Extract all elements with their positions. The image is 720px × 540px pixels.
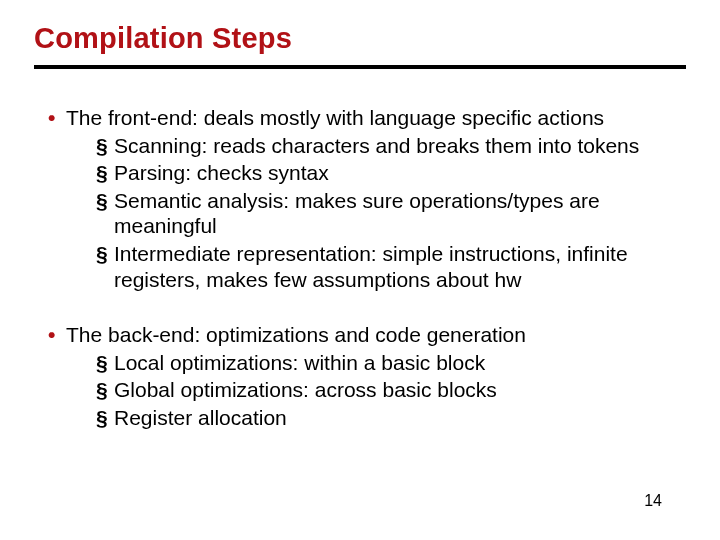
sub-bullet-text: Register allocation [114,405,686,431]
disc-bullet-icon: • [48,322,66,430]
slide-body: • The front-end: deals mostly with langu… [34,105,686,431]
bullet-content: The front-end: deals mostly with languag… [66,105,686,292]
bullet-item: • The front-end: deals mostly with langu… [48,105,686,292]
sub-list: § Local optimizations: within a basic bl… [66,350,686,431]
sub-bullet-text: Local optimizations: within a basic bloc… [114,350,686,376]
sub-bullet-item: § Intermediate representation: simple in… [96,241,686,292]
sub-bullet-item: § Scanning: reads characters and breaks … [96,133,686,159]
slide: Compilation Steps • The front-end: deals… [0,0,720,540]
bullet-text: The back-end: optimizations and code gen… [66,323,526,346]
sub-bullet-item: § Register allocation [96,405,686,431]
sub-bullet-text: Scanning: reads characters and breaks th… [114,133,686,159]
sub-bullet-item: § Local optimizations: within a basic bl… [96,350,686,376]
sub-bullet-text: Parsing: checks syntax [114,160,686,186]
bullet-text: The front-end: deals mostly with languag… [66,106,604,129]
page-number: 14 [644,492,662,510]
sub-bullet-text: Semantic analysis: makes sure operations… [114,188,686,239]
square-bullet-icon: § [96,377,114,403]
sub-list: § Scanning: reads characters and breaks … [66,133,686,293]
bullet-item: • The back-end: optimizations and code g… [48,322,686,430]
square-bullet-icon: § [96,405,114,431]
slide-title: Compilation Steps [34,22,686,55]
square-bullet-icon: § [96,350,114,376]
title-underline [34,65,686,69]
sub-bullet-text: Intermediate representation: simple inst… [114,241,686,292]
square-bullet-icon: § [96,160,114,186]
disc-bullet-icon: • [48,105,66,292]
sub-bullet-item: § Global optimizations: across basic blo… [96,377,686,403]
sub-bullet-item: § Semantic analysis: makes sure operatio… [96,188,686,239]
square-bullet-icon: § [96,241,114,292]
square-bullet-icon: § [96,188,114,239]
sub-bullet-item: § Parsing: checks syntax [96,160,686,186]
bullet-content: The back-end: optimizations and code gen… [66,322,686,430]
sub-bullet-text: Global optimizations: across basic block… [114,377,686,403]
square-bullet-icon: § [96,133,114,159]
